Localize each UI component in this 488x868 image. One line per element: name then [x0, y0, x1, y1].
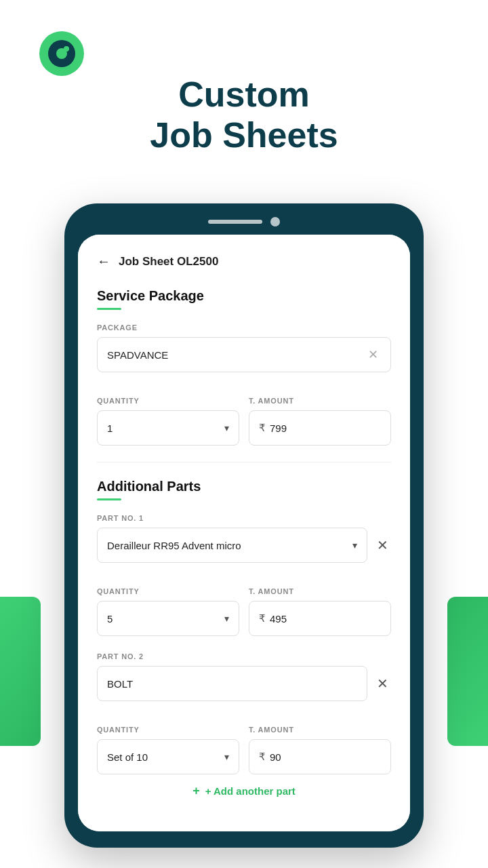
part1-amount-group: T. AMOUNT ₹ 495 [249, 575, 391, 636]
package-input[interactable] [107, 349, 365, 361]
part2-label: PART NO. 2 [97, 652, 391, 660]
package-quantity-group: QUANTITY 1 ▾ [97, 384, 239, 446]
part2-amount-label: T. AMOUNT [249, 726, 391, 734]
package-label: PACKAGE [97, 323, 391, 332]
part1-clear-button[interactable]: ✕ [374, 534, 391, 556]
package-amount-group: T. AMOUNT ₹ 799 [249, 384, 391, 446]
screen-content: ← Job Sheet OL2500 Service Package PACKA… [78, 235, 410, 831]
back-button[interactable]: ← [97, 254, 110, 269]
part2-quantity-chevron-icon: ▾ [224, 751, 229, 762]
package-amount-value: 799 [270, 422, 287, 434]
part2-clear-button[interactable]: ✕ [374, 673, 391, 694]
part1-quantity-select[interactable]: 5 ▾ [97, 601, 239, 636]
part1-select[interactable]: Derailleur RR95 Advent micro ▾ [97, 528, 367, 563]
part1-amount-currency: ₹ [259, 612, 266, 625]
phone-mockup: ← Job Sheet OL2500 Service Package PACKA… [64, 203, 424, 848]
package-input-wrapper[interactable]: ✕ [97, 337, 391, 372]
part2-quantity-amount-row: QUANTITY Set of 10 ▾ T. AMOUNT ₹ 90 [97, 713, 391, 774]
part1-quantity-amount-row: QUANTITY 5 ▾ T. AMOUNT ₹ 495 [97, 575, 391, 636]
package-amount-currency: ₹ [259, 422, 266, 434]
part2-amount-value: 90 [270, 751, 281, 763]
part2-quantity-select[interactable]: Set of 10 ▾ [97, 739, 239, 774]
package-quantity-value: 1 [107, 422, 224, 434]
app-logo [38, 30, 85, 77]
phone-notch [78, 217, 410, 226]
part1-quantity-group: QUANTITY 5 ▾ [97, 575, 239, 636]
part1-amount-value: 495 [270, 613, 287, 625]
screen-header: ← Job Sheet OL2500 [97, 254, 391, 269]
page-title-section: Custom Job Sheets [0, 75, 488, 156]
part1-quantity-chevron-icon: ▾ [224, 613, 229, 624]
add-another-part-button[interactable]: + + Add another part [97, 774, 391, 808]
part2-quantity-value: Set of 10 [107, 751, 224, 763]
package-quantity-amount-row: QUANTITY 1 ▾ T. AMOUNT ₹ 799 [97, 384, 391, 446]
part2-amount-currency: ₹ [259, 751, 266, 763]
part1-dropdown-row: Derailleur RR95 Advent micro ▾ ✕ [97, 528, 391, 563]
notch-pill [208, 220, 262, 224]
additional-parts-title: Additional Parts [97, 479, 391, 494]
part1-chevron-icon: ▾ [352, 540, 357, 551]
additional-parts-section: Additional Parts [97, 479, 391, 500]
package-amount-label: T. AMOUNT [249, 397, 391, 405]
part2-input-wrapper[interactable] [97, 666, 367, 701]
page-title-line2: Job Sheets [150, 115, 338, 155]
package-amount-field: ₹ 799 [249, 410, 391, 446]
package-quantity-chevron-icon: ▾ [224, 422, 229, 433]
part2-amount-field: ₹ 90 [249, 739, 391, 774]
part2-quantity-group: QUANTITY Set of 10 ▾ [97, 713, 239, 774]
svg-point-3 [64, 46, 69, 52]
green-decoration-left [0, 597, 41, 746]
add-part-label: + Add another part [205, 785, 296, 797]
service-package-title: Service Package [97, 288, 391, 304]
page-title-line1: Custom [178, 75, 310, 114]
package-clear-button[interactable]: ✕ [365, 344, 381, 365]
part2-input[interactable] [107, 678, 357, 690]
package-quantity-label: QUANTITY [97, 397, 239, 405]
package-quantity-select[interactable]: 1 ▾ [97, 410, 239, 446]
green-decoration-right [447, 597, 488, 746]
part1-amount-label: T. AMOUNT [249, 587, 391, 595]
part1-quantity-label: QUANTITY [97, 587, 239, 595]
part2-amount-group: T. AMOUNT ₹ 90 [249, 713, 391, 774]
part2-quantity-label: QUANTITY [97, 726, 239, 734]
part2-section: PART NO. 2 ✕ QUANTITY Set of 10 ▾ [97, 652, 391, 774]
part1-value: Derailleur RR95 Advent micro [107, 540, 352, 551]
notch-circle [270, 217, 280, 226]
part1-amount-field: ₹ 495 [249, 601, 391, 636]
add-part-plus-icon: + [192, 784, 200, 798]
section-underline-service [97, 308, 121, 310]
part1-label: PART NO. 1 [97, 514, 391, 522]
job-sheet-title: Job Sheet OL2500 [119, 255, 218, 269]
section-underline-parts [97, 498, 121, 500]
service-package-section: Service Package [97, 288, 391, 310]
part1-quantity-value: 5 [107, 613, 224, 625]
phone-screen: ← Job Sheet OL2500 Service Package PACKA… [78, 235, 410, 831]
section-divider [97, 462, 391, 462]
part2-dropdown-row: ✕ [97, 666, 391, 701]
